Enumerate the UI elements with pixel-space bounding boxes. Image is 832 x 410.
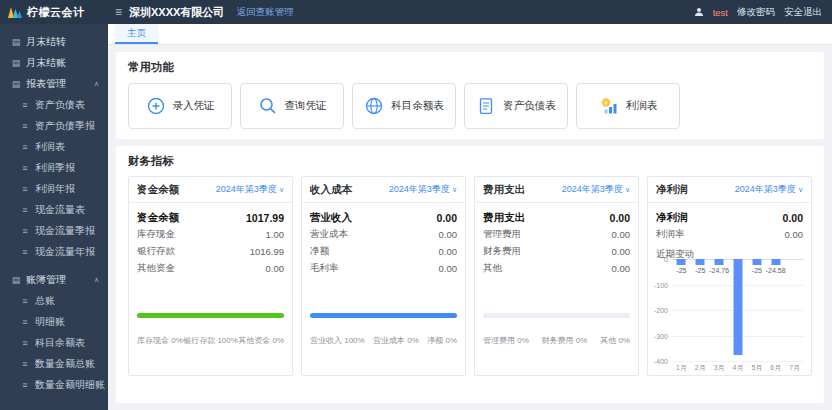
stat-label: 其他资金 <box>137 262 175 275</box>
stat-label: 管理费用 <box>483 228 521 241</box>
indicator-card-expense: 费用支出 2024年第3季度 ∨ 费用支出 0.00 管理费用 <box>474 176 639 376</box>
stat-row: 库存现金 1.00 <box>137 226 284 243</box>
financial-indicators-panel: 财务指标 资金余额 2024年第3季度 ∨ 资金余额 1017.99 <box>116 146 824 403</box>
back-link[interactable]: 返回查账管理 <box>236 6 293 19</box>
stat-label: 财务费用 <box>483 245 521 258</box>
list-icon: ≡ <box>20 142 30 152</box>
stat-row: 毛利率 0.00 <box>310 260 457 277</box>
stat-value: 0.00 <box>439 229 458 240</box>
logout-link[interactable]: 安全退出 <box>784 6 822 19</box>
enter-voucher-button[interactable]: 录入凭证 <box>128 83 232 129</box>
balance-sheet-button[interactable]: 资产负债表 <box>464 83 568 129</box>
sidebar-item-cash-flow-quarterly[interactable]: ≡ 现金流量季报 <box>0 220 108 241</box>
document-icon: ▤ <box>11 58 21 68</box>
chart-bar-label: -24.58 <box>766 267 786 274</box>
logo-icon <box>8 6 23 19</box>
indicator-card-income: 收入成本 2024年第3季度 ∨ 营业收入 0.00 营业成本 <box>301 176 466 376</box>
sidebar-item-income-statement[interactable]: ≡ 利润表 <box>0 136 108 157</box>
stat-value: 0.00 <box>266 263 285 274</box>
sidebar-item-label: 月末结转 <box>26 35 66 49</box>
account-balance-button[interactable]: 科目余额表 <box>352 83 456 129</box>
sidebar-item-income-annual[interactable]: ≡ 利润年报 <box>0 178 108 199</box>
sidebar-item-detail-ledger[interactable]: ≡ 明细账 <box>0 311 108 332</box>
quick-actions-row: 录入凭证 查询凭证 科目余额表 <box>128 83 812 129</box>
quick-actions-panel: 常用功能 录入凭证 查询凭证 <box>116 52 824 139</box>
chart-column: -24.58 <box>766 259 785 361</box>
chart-bar <box>715 259 724 265</box>
x-tick-label: 3月 <box>710 363 729 373</box>
sidebar-group-ledger-management[interactable]: ▤ 账簿管理 ∧ <box>0 269 108 290</box>
card-title: 收入成本 <box>310 183 352 197</box>
tab-home[interactable]: 主页 <box>115 24 158 44</box>
chart-bar <box>771 259 780 265</box>
username[interactable]: test <box>713 7 728 18</box>
period-select[interactable]: 2024年第3季度 ∨ <box>389 183 457 196</box>
distribution-bar <box>483 313 630 318</box>
chart-bar <box>677 259 686 265</box>
period-value: 2024年第3季度 <box>562 183 623 196</box>
y-tick-label: -200 <box>654 307 668 314</box>
list-icon: ≡ <box>20 205 30 215</box>
stat-value: 0.00 <box>785 229 804 240</box>
menu-toggle-icon[interactable]: ≡ <box>115 6 122 18</box>
list-icon: ≡ <box>20 296 30 306</box>
button-label: 科目余额表 <box>391 99 444 113</box>
legend-item: 营业收入 100% <box>310 335 365 346</box>
list-icon: ≡ <box>20 317 30 327</box>
stat-row: 资金余额 1017.99 <box>137 209 284 226</box>
sidebar-item-quantity-amount-detail[interactable]: ≡ 数量金额明细账 <box>0 374 108 395</box>
period-select[interactable]: 2024年第3季度 ∨ <box>735 183 803 196</box>
change-password-link[interactable]: 修改密码 <box>737 6 775 19</box>
chart-column: -25 <box>672 259 691 361</box>
app-title: 柠檬云会计 <box>27 5 85 20</box>
profit-statement-button[interactable]: ¥ 利润表 <box>576 83 680 129</box>
book-icon: ▤ <box>11 275 21 285</box>
sidebar-item-label: 现金流量年报 <box>35 245 95 259</box>
chart-bar-label: -24.76 <box>709 267 729 274</box>
topbar-user-area: test 修改密码 安全退出 <box>694 6 832 19</box>
card-title: 资金余额 <box>137 183 179 197</box>
legend-item: 库存现金 0% <box>137 335 183 346</box>
sidebar-item-month-end-transfer[interactable]: ▤ 月末结转 <box>0 31 108 52</box>
sidebar-item-cash-flow-annual[interactable]: ≡ 现金流量年报 <box>0 241 108 262</box>
sidebar-item-income-quarterly[interactable]: ≡ 利润季报 <box>0 157 108 178</box>
sidebar-group-label: 账簿管理 <box>26 273 66 287</box>
sidebar-item-label: 科目余额表 <box>35 336 85 350</box>
chart-bar-label: -25 <box>676 267 686 274</box>
stat-value: 0.00 <box>610 212 630 224</box>
chevron-up-icon: ∧ <box>94 80 99 88</box>
period-value: 2024年第3季度 <box>216 183 277 196</box>
sidebar-item-label: 数量金额总账 <box>35 357 95 371</box>
sidebar-item-balance-sheet-quarterly[interactable]: ≡ 资产负债季报 <box>0 115 108 136</box>
y-tick-label: -300 <box>654 332 668 339</box>
stat-label: 毛利率 <box>310 262 339 275</box>
stat-value: 0.00 <box>437 212 457 224</box>
card-body: 净利润 0.00 利润率 0.00 近期变动 <box>648 203 811 261</box>
sidebar-group-report-management[interactable]: ▤ 报表管理 ∧ <box>0 73 108 94</box>
legend-item: 其他资金 0% <box>238 335 284 346</box>
period-select[interactable]: 2024年第3季度 ∨ <box>562 183 630 196</box>
chart-bar <box>734 259 743 355</box>
chart-column <box>729 259 748 361</box>
chart-column: -24.76 <box>710 259 729 361</box>
sidebar-item-account-balance[interactable]: ≡ 科目余额表 <box>0 332 108 353</box>
app-logo: 柠檬云会计 <box>0 5 108 20</box>
indicator-card-funds: 资金余额 2024年第3季度 ∨ 资金余额 1017.99 库存现金 <box>128 176 293 376</box>
balance-sheet-icon <box>476 96 496 116</box>
period-select[interactable]: 2024年第3季度 ∨ <box>216 183 284 196</box>
sidebar-item-balance-sheet[interactable]: ≡ 资产负债表 <box>0 94 108 115</box>
card-title: 费用支出 <box>483 183 525 197</box>
sidebar-item-quantity-amount-ledger[interactable]: ≡ 数量金额总账 <box>0 353 108 374</box>
chevron-down-icon: ∨ <box>798 186 803 194</box>
stat-row: 净额 0.00 <box>310 243 457 260</box>
stat-row: 利润率 0.00 <box>656 226 803 243</box>
quick-actions-title: 常用功能 <box>128 60 812 75</box>
chevron-down-icon: ∨ <box>625 186 630 194</box>
sidebar-item-month-end-closing[interactable]: ▤ 月末结账 <box>0 52 108 73</box>
stat-row: 费用支出 0.00 <box>483 209 630 226</box>
stat-value: 0.00 <box>439 263 458 274</box>
chart-plot: -25-25-24.76-25-24.58 <box>672 259 804 361</box>
sidebar-item-cash-flow[interactable]: ≡ 现金流量表 <box>0 199 108 220</box>
query-voucher-button[interactable]: 查询凭证 <box>240 83 344 129</box>
sidebar-item-general-ledger[interactable]: ≡ 总账 <box>0 290 108 311</box>
